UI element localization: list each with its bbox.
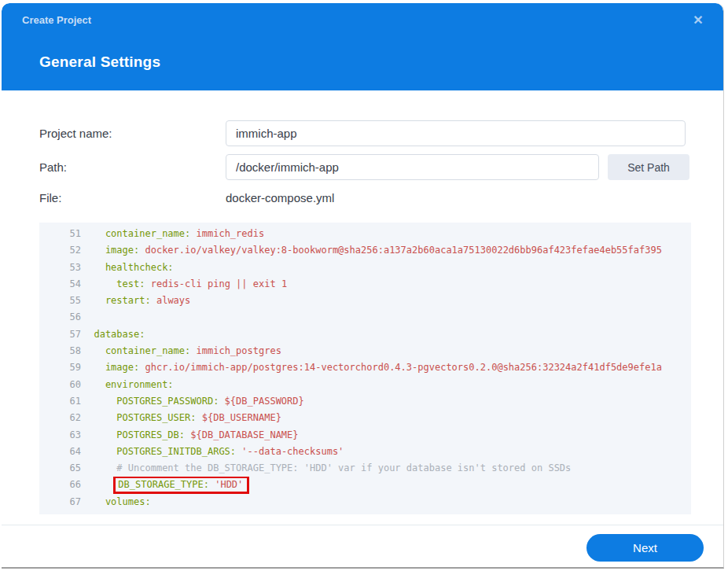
code-line: 56 (39, 309, 691, 326)
code-text: image: ghcr.io/immich-app/postgres:14-ve… (83, 359, 691, 376)
code-line: 66 DB_STORAGE_TYPE: 'HDD' (39, 477, 691, 493)
code-text: POSTGRES_PASSWORD: ${DB_PASSWORD} (83, 393, 691, 410)
dialog-footer: Next (2, 525, 723, 569)
file-value: docker-compose.yml (226, 191, 334, 204)
code-text: container_name: immich_redis (83, 226, 691, 242)
line-number: 61 (39, 393, 83, 410)
code-line: 57 database: (39, 326, 691, 343)
code-line: 65 # Uncomment the DB_STORAGE_TYPE: 'HDD… (39, 460, 691, 477)
code-line: 59 image: ghcr.io/immich-app/postgres:14… (39, 359, 691, 376)
code-text: POSTGRES_USER: ${DB_USERNAME} (83, 410, 691, 426)
code-line: 64 POSTGRES_INITDB_ARGS: '--data-checksu… (39, 444, 691, 460)
highlight-box: DB_STORAGE_TYPE: 'HDD' (113, 477, 249, 493)
code-text: restart: always (83, 293, 691, 309)
project-name-row: Project name: (39, 120, 686, 146)
code-text: container_name: immich_postgres (83, 343, 691, 359)
code-text: POSTGRES_DB: ${DB_DATABASE_NAME} (83, 427, 691, 444)
file-label: File: (39, 191, 226, 204)
line-number: 53 (39, 260, 83, 276)
dialog-content: Project name: Path: Set Path File: docke… (2, 90, 723, 567)
path-label: Path: (39, 160, 226, 174)
code-text: test: redis-cli ping || exit 1 (83, 276, 691, 293)
next-button[interactable]: Next (586, 534, 704, 562)
line-number: 57 (39, 326, 83, 343)
path-row: Path: Set Path (39, 154, 689, 180)
project-name-label: Project name: (39, 127, 226, 140)
code-line: 52 image: docker.io/valkey/valkey:8-book… (39, 242, 691, 259)
line-number: 60 (39, 377, 83, 393)
code-line: 58 container_name: immich_postgres (39, 343, 691, 359)
line-number: 66 (39, 477, 83, 493)
code-line: 61 POSTGRES_PASSWORD: ${DB_PASSWORD} (39, 393, 691, 410)
code-editor[interactable]: 51 container_name: immich_redis52 image:… (39, 223, 691, 514)
line-number: 51 (39, 226, 83, 242)
line-number: 54 (39, 276, 83, 293)
code-line: 63 POSTGRES_DB: ${DB_DATABASE_NAME} (39, 427, 691, 444)
line-number: 52 (39, 242, 83, 259)
code-text: volumes: (83, 494, 691, 510)
line-number: 55 (39, 293, 83, 309)
code-line: 67 volumes: (39, 494, 691, 510)
create-project-dialog: Create Project ✕ General Settings Projec… (2, 3, 724, 569)
line-number: 62 (39, 410, 83, 426)
line-number: 65 (39, 460, 83, 477)
code-line: 60 environment: (39, 377, 691, 393)
code-line: 62 POSTGRES_USER: ${DB_USERNAME} (39, 410, 691, 426)
line-number: 64 (39, 444, 83, 460)
project-name-input[interactable] (226, 120, 686, 146)
code-text (83, 309, 691, 326)
code-text: POSTGRES_INITDB_ARGS: '--data-checksums' (83, 444, 691, 460)
code-text: image: docker.io/valkey/valkey:8-bookwor… (83, 242, 691, 259)
close-icon: ✕ (693, 14, 703, 27)
code-text: DB_STORAGE_TYPE: 'HDD' (83, 477, 691, 493)
line-number: 67 (39, 494, 83, 510)
code-text: healthcheck: (83, 260, 691, 276)
code-line: 54 test: redis-cli ping || exit 1 (39, 276, 691, 293)
section-title: General Settings (39, 53, 160, 71)
file-row: File: docker-compose.yml (39, 191, 334, 204)
line-number: 63 (39, 427, 83, 444)
code-lines: 51 container_name: immich_redis52 image:… (39, 226, 691, 510)
line-number: 56 (39, 309, 83, 326)
line-number: 59 (39, 359, 83, 376)
code-text: environment: (83, 377, 691, 393)
code-line: 53 healthcheck: (39, 260, 691, 276)
dialog-title: Create Project (22, 14, 91, 26)
line-number: 58 (39, 343, 83, 359)
code-line: 55 restart: always (39, 293, 691, 309)
code-line: 51 container_name: immich_redis (39, 226, 691, 242)
close-button[interactable]: ✕ (687, 9, 709, 31)
code-text: database: (83, 326, 691, 343)
path-input[interactable] (226, 154, 599, 180)
code-text: # Uncomment the DB_STORAGE_TYPE: 'HDD' v… (83, 460, 691, 477)
set-path-button[interactable]: Set Path (608, 154, 689, 180)
dialog-header: Create Project ✕ General Settings (2, 3, 723, 90)
